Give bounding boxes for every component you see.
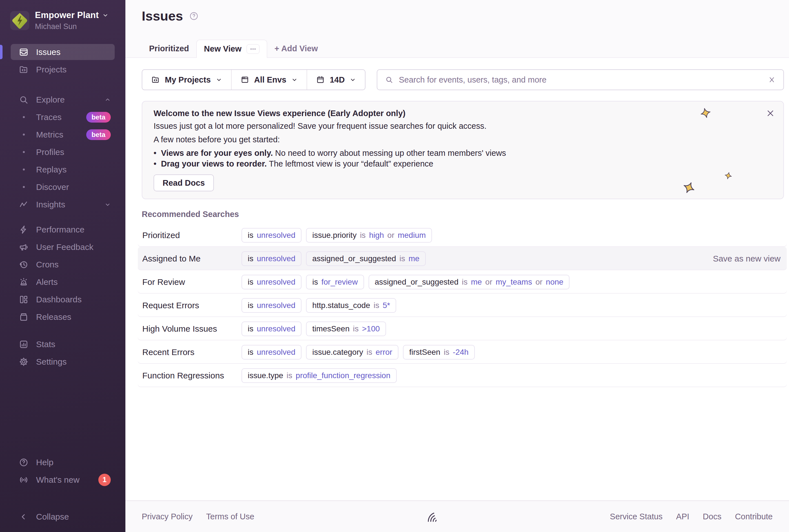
- search-bar[interactable]: [377, 69, 784, 90]
- search-row[interactable]: Request Errorsisunresolvedhttp.status_co…: [138, 293, 787, 317]
- sentry-logo: [425, 509, 439, 524]
- save-as-new-view-link[interactable]: Save as new view: [713, 254, 781, 264]
- project-filter[interactable]: My Projects: [142, 70, 231, 90]
- sidebar-item-releases[interactable]: Releases: [11, 309, 115, 325]
- search-row[interactable]: High Volume IssuesisunresolvedtimesSeeni…: [138, 317, 787, 340]
- filter-token: http.status_codeis5*: [306, 298, 396, 313]
- sidebar-item-crons[interactable]: Crons: [11, 256, 115, 272]
- page-filter-group: My Projects All Envs 14D: [142, 69, 365, 90]
- bullet-dot: •: [154, 148, 156, 158]
- search-row-label: Assigned to Me: [142, 254, 242, 264]
- sidebar-item-settings[interactable]: Settings: [11, 354, 115, 370]
- search-row-label: Function Regressions: [142, 371, 242, 380]
- tab-new-view[interactable]: New View: [196, 40, 267, 58]
- dashboard-grid-icon: [19, 294, 29, 305]
- siren-icon: [19, 277, 29, 287]
- recommended-searches-heading: Recommended Searches: [142, 209, 784, 220]
- search-row-label: For Review: [142, 277, 242, 287]
- clear-search-icon[interactable]: [768, 76, 775, 83]
- page-help-icon[interactable]: [189, 11, 199, 21]
- read-docs-button[interactable]: Read Docs: [154, 174, 214, 191]
- bar-chart-icon: [19, 339, 29, 349]
- sidebar-item-label: Dashboards: [36, 295, 82, 304]
- chevron-down-icon: [104, 202, 111, 208]
- search-row-label: Request Errors: [142, 301, 242, 310]
- org-switcher[interactable]: Empower Plant Michael Sun: [0, 10, 126, 31]
- sidebar-item-label: Explore: [36, 95, 65, 104]
- privacy-policy-link[interactable]: Privacy Policy: [142, 512, 193, 521]
- sidebar-item-traces[interactable]: Traces beta: [11, 109, 115, 125]
- bullet-rest-text: The leftmost view is your “default” expe…: [267, 159, 434, 168]
- sidebar-item-projects[interactable]: Projects: [11, 61, 115, 77]
- page-title: Issues: [142, 8, 183, 24]
- sidebar-nav: Issues Projects Explore Traces beta Metr…: [0, 44, 126, 525]
- sidebar-item-label: Crons: [36, 260, 59, 269]
- calendar-icon: [316, 76, 325, 84]
- service-status-link[interactable]: Service Status: [610, 512, 662, 521]
- sidebar-item-dashboards[interactable]: Dashboards: [11, 291, 115, 307]
- sidebar-item-explore[interactable]: Explore: [11, 92, 115, 108]
- search-input[interactable]: [399, 75, 763, 84]
- filter-token: isfor_review: [306, 275, 364, 289]
- docs-link[interactable]: Docs: [703, 512, 721, 521]
- sidebar-item-metrics[interactable]: Metrics beta: [11, 127, 115, 142]
- sidebar-item-label: Insights: [36, 200, 65, 209]
- sidebar-item-label: Traces: [36, 112, 62, 122]
- search-row-label: High Volume Issues: [142, 324, 242, 334]
- search-row[interactable]: Function Regressionsissue.typeisprofile_…: [138, 364, 787, 387]
- search-row-tokens: issue.typeisprofile_function_regression: [242, 368, 397, 383]
- api-link[interactable]: API: [676, 512, 689, 521]
- date-range-label: 14D: [330, 75, 345, 84]
- nav-gap: [11, 489, 115, 507]
- tab-prioritized[interactable]: Prioritized: [142, 39, 196, 57]
- sidebar-item-label: Settings: [36, 357, 66, 366]
- add-view-button[interactable]: + Add View: [267, 39, 325, 57]
- environment-filter[interactable]: All Envs: [231, 70, 307, 90]
- sidebar-item-help[interactable]: Help: [11, 454, 115, 470]
- page-header: Issues: [126, 0, 789, 24]
- sidebar-item-stats[interactable]: Stats: [11, 336, 115, 352]
- filter-token: isunresolved: [242, 228, 302, 243]
- user-name: Michael Sun: [35, 22, 109, 31]
- nav-gap: [11, 214, 115, 220]
- sidebar-collapse-button[interactable]: Collapse: [11, 509, 115, 525]
- search-row[interactable]: For Reviewisunresolvedisfor_reviewassign…: [138, 270, 787, 293]
- sidebar: Empower Plant Michael Sun Issues Project…: [0, 0, 126, 532]
- sparkle-icon: [724, 171, 733, 180]
- search-row[interactable]: Assigned to Meisunresolvedassigned_or_su…: [138, 247, 787, 270]
- sidebar-item-performance[interactable]: Performance: [11, 222, 115, 238]
- bullet-icon: [19, 147, 29, 157]
- filter-token: assigned_or_suggestedisme: [306, 251, 425, 266]
- search-icon: [19, 95, 29, 105]
- search-row-tokens: isunresolvedissue.priorityishighormedium: [242, 228, 432, 243]
- contribute-link[interactable]: Contribute: [735, 512, 773, 521]
- tab-label: Prioritized: [149, 44, 189, 53]
- bullet-bold-text: Views are for your eyes only.: [161, 149, 273, 157]
- sidebar-item-replays[interactable]: Replays: [11, 162, 115, 177]
- main-content: Issues Prioritized New View + Add View M…: [126, 0, 789, 532]
- bullet-dot: •: [154, 158, 156, 169]
- sidebar-item-alerts[interactable]: Alerts: [11, 274, 115, 290]
- banner-close-icon[interactable]: [766, 109, 775, 118]
- sidebar-item-profiles[interactable]: Profiles: [11, 144, 115, 160]
- sidebar-item-issues[interactable]: Issues: [11, 44, 115, 60]
- sidebar-item-whats-new[interactable]: What's new 1: [11, 472, 115, 488]
- search-row-tokens: isunresolvedisfor_reviewassigned_or_sugg…: [242, 275, 570, 289]
- window-icon: [240, 76, 249, 84]
- search-row[interactable]: Prioritizedisunresolvedissue.priorityish…: [138, 224, 787, 247]
- search-row[interactable]: Recent Errorsisunresolvedissue.categoryi…: [138, 340, 787, 364]
- filter-token: isunresolved: [242, 298, 302, 313]
- terms-of-use-link[interactable]: Terms of Use: [206, 512, 254, 521]
- project-folder-icon: [151, 76, 160, 84]
- sidebar-item-label: Discover: [36, 182, 69, 192]
- sidebar-item-insights[interactable]: Insights: [11, 196, 115, 212]
- filter-token: assigned_or_suggestedismeormy_teamsornon…: [369, 275, 570, 289]
- issue-views-banner: Welcome to the new Issue Views experienc…: [142, 101, 784, 199]
- sidebar-item-user-feedback[interactable]: User Feedback: [11, 239, 115, 255]
- sidebar-item-discover[interactable]: Discover: [11, 179, 115, 195]
- lightning-icon: [19, 225, 29, 235]
- date-range-filter[interactable]: 14D: [307, 70, 365, 90]
- active-indicator: [0, 45, 2, 59]
- org-texts: Empower Plant Michael Sun: [35, 10, 109, 31]
- tab-options-button[interactable]: [247, 44, 259, 54]
